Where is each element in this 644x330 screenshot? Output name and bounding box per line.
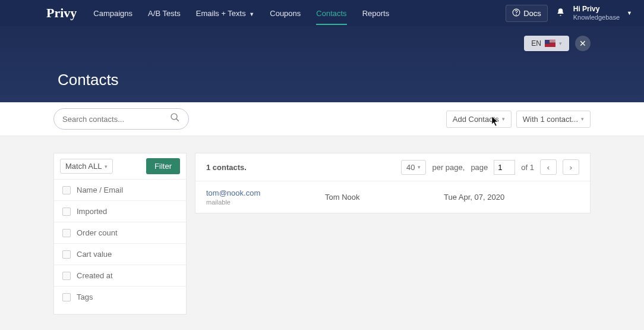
filter-row-label: Created at xyxy=(77,271,113,280)
nav-reports[interactable]: Reports xyxy=(362,2,390,25)
docs-label: Docs xyxy=(523,9,541,18)
add-contacts-button[interactable]: Add Contacts ▾ xyxy=(446,111,512,128)
page-label: page xyxy=(471,163,488,172)
filter-row-label: Tags xyxy=(77,293,93,301)
close-language-button[interactable]: ✕ xyxy=(575,36,591,51)
content-area: Match ALL ▾ Filter Name / Email Imported… xyxy=(0,136,644,330)
checkbox-icon[interactable] xyxy=(62,208,71,216)
apply-filter-button[interactable]: Filter xyxy=(146,158,180,174)
match-mode-label: Match ALL xyxy=(65,162,102,171)
pagination-group: 40 ▾ per page, page of 1 ‹ › xyxy=(401,159,579,175)
results-count: 1 contacts. xyxy=(206,163,247,172)
nav-contacts[interactable]: Contacts xyxy=(316,2,346,25)
prev-page-button[interactable]: ‹ xyxy=(540,159,557,175)
contact-email-cell: tom@nook.com mailable xyxy=(206,188,325,206)
search-icon[interactable] xyxy=(170,112,180,125)
filter-row-label: Cart value xyxy=(77,250,112,259)
filter-panel: Match ALL ▾ Filter Name / Email Imported… xyxy=(53,153,187,315)
nav-emails-texts[interactable]: Emails + Texts ▼ xyxy=(196,2,254,25)
results-header: 1 contacts. 40 ▾ per page, page of 1 ‹ › xyxy=(195,153,590,181)
chevron-down-icon: ▼ xyxy=(627,10,632,16)
language-area: EN ▾ ✕ xyxy=(524,36,591,51)
contact-status: mailable xyxy=(206,199,325,206)
language-select[interactable]: EN ▾ xyxy=(524,36,569,51)
filter-row-cart-value[interactable]: Cart value xyxy=(54,244,186,265)
page-title: Contacts xyxy=(58,71,119,89)
svg-point-1 xyxy=(516,14,517,15)
bulk-actions-label: With 1 contact... xyxy=(523,115,578,124)
search-input[interactable] xyxy=(62,115,170,124)
notifications-icon[interactable] xyxy=(556,8,565,18)
chevron-right-icon: › xyxy=(570,163,572,172)
nav-coupons[interactable]: Coupons xyxy=(270,2,301,25)
chevron-down-icon: ▾ xyxy=(418,164,421,170)
topbar-right: Docs Hi Privy Knowledgebase ▼ xyxy=(506,5,632,22)
chevron-down-icon: ▾ xyxy=(502,116,505,122)
chevron-down-icon: ▼ xyxy=(249,11,254,17)
filter-row-label: Imported xyxy=(77,207,107,216)
page-input[interactable] xyxy=(494,160,515,175)
chevron-down-icon: ▾ xyxy=(581,116,584,122)
us-flag-icon xyxy=(545,40,555,47)
filter-row-tags[interactable]: Tags xyxy=(54,287,186,307)
contact-name-cell: Tom Nook xyxy=(325,193,444,202)
next-page-button[interactable]: › xyxy=(563,159,579,175)
chevron-left-icon: ‹ xyxy=(547,163,550,172)
hero-header: EN ▾ ✕ Contacts xyxy=(0,26,644,102)
toolbar: Add Contacts ▾ With 1 contact... ▾ xyxy=(0,102,644,136)
docs-button[interactable]: Docs xyxy=(506,5,548,22)
checkbox-icon[interactable] xyxy=(62,186,71,194)
chevron-down-icon: ▾ xyxy=(559,40,562,46)
close-icon: ✕ xyxy=(579,39,586,48)
filter-row-created-at[interactable]: Created at xyxy=(54,265,186,287)
per-page-label: per page, xyxy=(432,163,465,172)
per-page-value: 40 xyxy=(406,163,415,172)
page-of-label: of 1 xyxy=(521,163,534,172)
checkbox-icon[interactable] xyxy=(62,250,71,259)
contact-email-link[interactable]: tom@nook.com xyxy=(206,188,325,197)
contact-date-cell: Tue Apr, 07, 2020 xyxy=(444,193,563,202)
contact-row[interactable]: tom@nook.com mailable Tom Nook Tue Apr, … xyxy=(195,181,590,213)
checkbox-icon[interactable] xyxy=(62,293,71,301)
chevron-down-icon: ▾ xyxy=(105,164,108,169)
help-icon xyxy=(512,8,520,18)
checkbox-icon[interactable] xyxy=(62,229,71,237)
user-menu[interactable]: Hi Privy Knowledgebase ▼ xyxy=(573,5,632,21)
filter-row-label: Name / Email xyxy=(77,186,123,194)
nav-abtests[interactable]: A/B Tests xyxy=(148,2,181,25)
nav-emails-texts-label: Emails + Texts xyxy=(196,9,246,18)
results-panel: 1 contacts. 40 ▾ per page, page of 1 ‹ › xyxy=(195,153,591,213)
svg-line-3 xyxy=(176,119,179,121)
filter-header: Match ALL ▾ Filter xyxy=(54,153,186,180)
language-label: EN xyxy=(531,39,541,48)
filter-row-imported[interactable]: Imported xyxy=(54,201,186,222)
match-mode-select[interactable]: Match ALL ▾ xyxy=(60,159,113,174)
user-sub: Knowledgebase xyxy=(573,14,620,21)
filter-row-name-email[interactable]: Name / Email xyxy=(54,180,186,201)
toolbar-right: Add Contacts ▾ With 1 contact... ▾ xyxy=(446,111,591,128)
add-contacts-label: Add Contacts xyxy=(453,115,499,124)
user-text: Hi Privy Knowledgebase xyxy=(573,5,620,21)
nav-campaigns[interactable]: Campaigns xyxy=(93,2,132,25)
checkbox-icon[interactable] xyxy=(62,272,71,280)
filter-row-order-count[interactable]: Order count xyxy=(54,222,186,244)
main-nav: Campaigns A/B Tests Emails + Texts ▼ Cou… xyxy=(93,2,389,25)
brand-logo[interactable]: Privy xyxy=(46,5,77,21)
filter-row-label: Order count xyxy=(77,228,118,237)
per-page-select[interactable]: 40 ▾ xyxy=(401,160,426,175)
top-nav: Privy Campaigns A/B Tests Emails + Texts… xyxy=(0,0,644,26)
bulk-actions-button[interactable]: With 1 contact... ▾ xyxy=(516,111,591,128)
user-greeting: Hi Privy xyxy=(573,5,620,13)
svg-point-2 xyxy=(171,114,177,120)
search-wrap xyxy=(53,108,189,130)
